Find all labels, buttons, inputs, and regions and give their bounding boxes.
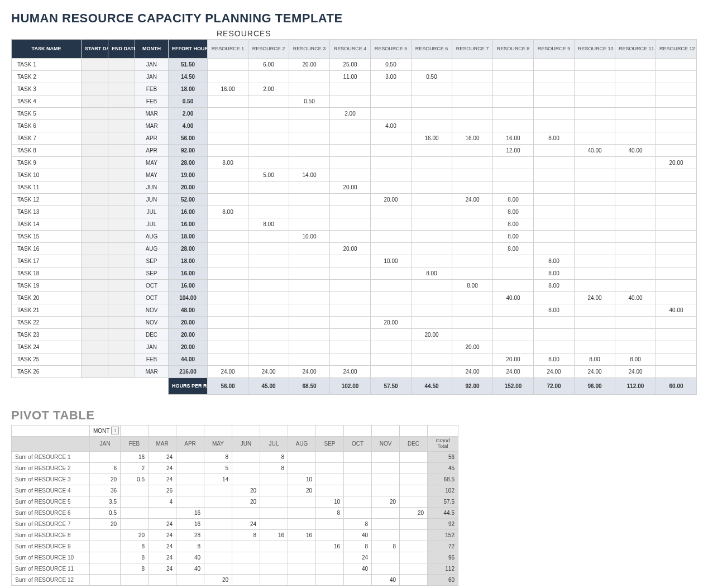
resource-cell[interactable] (371, 353, 412, 366)
pivot-cell[interactable]: 40 (344, 529, 372, 541)
total-resource-1[interactable]: 56.00 (208, 378, 248, 395)
resource-cell[interactable] (412, 231, 452, 243)
pivot-month-filter[interactable]: MONT ↕ (90, 426, 121, 437)
end-date-cell[interactable] (108, 267, 135, 280)
task-name-cell[interactable]: TASK 3 (12, 83, 82, 95)
pivot-cell[interactable] (204, 552, 232, 563)
resource-cell[interactable] (615, 341, 656, 353)
resource-cell[interactable] (208, 120, 248, 132)
pivot-cell[interactable]: 5 (204, 462, 232, 474)
filter-dropdown-icon[interactable]: ↕ (111, 427, 119, 434)
resource-cell[interactable]: 24.00 (452, 366, 493, 378)
resource-cell[interactable] (615, 317, 656, 329)
total-resource-4[interactable]: 102.00 (330, 378, 371, 395)
pivot-cell[interactable]: 40 (176, 552, 204, 563)
resource-cell[interactable] (289, 181, 330, 194)
resource-cell[interactable] (208, 194, 248, 206)
resource-cell[interactable] (248, 231, 289, 243)
resource-cell[interactable] (371, 83, 412, 95)
pivot-cell[interactable]: 20 (204, 574, 232, 585)
effort-cell[interactable]: 18.00 (169, 83, 208, 95)
resource-cell[interactable] (656, 194, 697, 206)
resource-cell[interactable] (452, 218, 493, 231)
resource-cell[interactable] (330, 157, 371, 169)
month-cell[interactable]: MAY (135, 157, 169, 169)
resource-cell[interactable] (452, 317, 493, 329)
month-cell[interactable]: NOV (135, 304, 169, 317)
resource-cell[interactable] (208, 59, 248, 71)
resource-cell[interactable] (371, 218, 412, 231)
pivot-cell[interactable]: 16 (121, 451, 149, 462)
resource-cell[interactable] (330, 218, 371, 231)
pivot-cell[interactable] (316, 462, 344, 474)
resource-cell[interactable]: 4.00 (371, 120, 412, 132)
effort-cell[interactable]: 48.00 (169, 304, 208, 317)
effort-cell[interactable]: 44.00 (169, 353, 208, 366)
end-date-cell[interactable] (108, 353, 135, 366)
pivot-cell[interactable]: 6 (90, 462, 121, 474)
resource-cell[interactable] (656, 341, 697, 353)
effort-cell[interactable]: 28.00 (169, 157, 208, 169)
pivot-cell[interactable] (204, 563, 232, 574)
resource-cell[interactable] (289, 108, 330, 120)
pivot-cell[interactable]: 24 (149, 462, 176, 474)
end-date-cell[interactable] (108, 120, 135, 132)
pivot-cell[interactable]: 16 (316, 541, 344, 552)
effort-cell[interactable]: 56.00 (169, 132, 208, 145)
pivot-cell[interactable] (316, 529, 344, 541)
pivot-cell[interactable] (149, 574, 176, 585)
pivot-col-mar[interactable]: MAR (149, 437, 176, 452)
task-name-cell[interactable]: TASK 5 (12, 108, 82, 120)
pivot-cell[interactable] (121, 507, 149, 518)
pivot-grand-total-cell[interactable]: 57.5 (428, 496, 458, 507)
resource-cell[interactable] (615, 95, 656, 108)
resource-cell[interactable] (412, 83, 452, 95)
pivot-cell[interactable] (176, 496, 204, 507)
end-date-cell[interactable] (108, 95, 135, 108)
col-month[interactable]: MONTH (135, 40, 169, 59)
resource-cell[interactable] (656, 95, 697, 108)
pivot-cell[interactable] (90, 529, 121, 541)
pivot-cell[interactable] (260, 541, 288, 552)
effort-cell[interactable]: 14.50 (169, 71, 208, 83)
resource-cell[interactable] (656, 169, 697, 181)
resource-cell[interactable] (452, 59, 493, 71)
resource-cell[interactable] (575, 243, 615, 255)
pivot-cell[interactable] (344, 462, 372, 474)
pivot-cell[interactable] (176, 462, 204, 474)
resource-cell[interactable]: 8.00 (575, 353, 615, 366)
resource-cell[interactable] (615, 59, 656, 71)
resource-cell[interactable] (575, 108, 615, 120)
pivot-cell[interactable]: 20 (121, 529, 149, 541)
pivot-cell[interactable] (232, 451, 260, 462)
resource-cell[interactable]: 24.00 (493, 366, 534, 378)
pivot-cell[interactable] (400, 451, 428, 462)
resource-cell[interactable]: 10.00 (371, 255, 412, 267)
resource-cell[interactable] (493, 255, 534, 267)
start-date-cell[interactable] (82, 341, 108, 353)
resource-cell[interactable]: 24.00 (615, 366, 656, 378)
resource-cell[interactable] (330, 83, 371, 95)
resource-cell[interactable] (208, 329, 248, 341)
month-cell[interactable]: APR (135, 145, 169, 157)
end-date-cell[interactable] (108, 218, 135, 231)
resource-cell[interactable] (575, 181, 615, 194)
start-date-cell[interactable] (82, 206, 108, 218)
resource-cell[interactable]: 12.00 (493, 145, 534, 157)
pivot-cell[interactable]: 24 (344, 552, 372, 563)
resource-cell[interactable] (248, 317, 289, 329)
resource-cell[interactable] (371, 267, 412, 280)
pivot-cell[interactable]: 8 (372, 541, 400, 552)
pivot-cell[interactable] (90, 563, 121, 574)
effort-cell[interactable]: 4.00 (169, 120, 208, 132)
effort-cell[interactable]: 16.00 (169, 206, 208, 218)
resource-cell[interactable] (493, 169, 534, 181)
pivot-cell[interactable] (232, 574, 260, 585)
col-resource-9[interactable]: RESOURCE 9 (534, 40, 575, 59)
pivot-cell[interactable]: 0.5 (121, 474, 149, 485)
resource-cell[interactable] (534, 194, 575, 206)
pivot-cell[interactable] (288, 552, 316, 563)
task-name-cell[interactable]: TASK 26 (12, 366, 82, 378)
resource-cell[interactable]: 20.00 (412, 329, 452, 341)
resource-cell[interactable] (656, 59, 697, 71)
